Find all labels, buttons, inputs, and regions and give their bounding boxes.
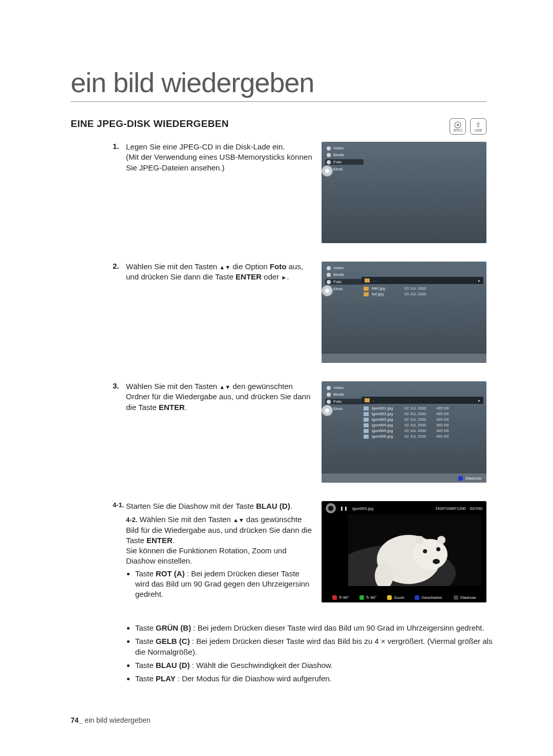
screenshot-2: Video Musik Foto Einst. - ·▸ 640 jpg03 J… (322, 262, 486, 363)
format-badges: JPEG USB (450, 118, 486, 135)
disc-icon (326, 503, 336, 513)
video-icon (327, 146, 331, 150)
svg-point-8 (433, 559, 440, 564)
red-button-icon (332, 595, 337, 600)
svg-point-10 (437, 536, 445, 544)
svg-point-9 (416, 536, 424, 544)
section-header: EINE JPEG-DISK WIEDERGEBEN (71, 118, 450, 129)
jpeg-badge: JPEG (450, 118, 466, 135)
running-footer: 74_ein bild wiedergeben (71, 716, 151, 724)
step-number: 1. (113, 142, 126, 150)
green-button-icon (359, 595, 364, 600)
polar-bear-image (348, 514, 481, 586)
disc-icon (322, 165, 333, 177)
screenshot-4: ❚❚ igun003.jpg 1920*1080*1200 02/150 (322, 501, 486, 602)
svg-point-7 (436, 547, 440, 551)
blue-button-icon (415, 595, 419, 600)
step-2-text: Wählen Sie mit den Tasten die Option Fot… (126, 262, 322, 283)
color-key-bullets: Taste ROT (A) : Bei jedem Drücken dieser… (126, 569, 314, 600)
svg-point-6 (423, 549, 427, 553)
page-title: ein bild wiedergeben (71, 67, 486, 102)
right-arrow-icon (281, 272, 287, 281)
folder-icon (365, 278, 370, 283)
down-arrow-icon (225, 262, 230, 271)
step-number: 2. (113, 262, 126, 270)
step-3-text: Wählen Sie mit den Tasten den gewünschte… (126, 381, 322, 413)
step-1-text: Legen Sie eine JPEG-CD in die Disk-Lade … (126, 142, 322, 173)
step-4-2-text: 4-2. Wählen Sie mit den Tasten das gewün… (126, 514, 314, 566)
pause-icon: ❚❚ (340, 506, 348, 511)
screenshot-1: Video Musik Foto Einst. (322, 142, 486, 243)
step-4-1-text: Starten Sie die Diashow mit der Taste BL… (126, 501, 314, 511)
up-arrow-icon (219, 262, 225, 271)
play-button-icon (454, 595, 458, 600)
music-icon (327, 153, 331, 157)
yellow-button-icon (387, 595, 392, 600)
blue-button-icon (458, 476, 463, 481)
screenshot-3: Video Musik Foto Einst. -▸ igun001.jpg02… (322, 381, 486, 483)
step-number: 4-1. (113, 501, 126, 509)
photo-icon (327, 160, 331, 164)
usb-badge: USB (470, 118, 486, 135)
color-key-bullets-cont: Taste GRÜN (B) : Bei jedem Drücken diese… (126, 623, 500, 684)
image-icon (364, 406, 369, 411)
svg-point-1 (457, 124, 459, 126)
step-number: 3. (113, 381, 126, 390)
